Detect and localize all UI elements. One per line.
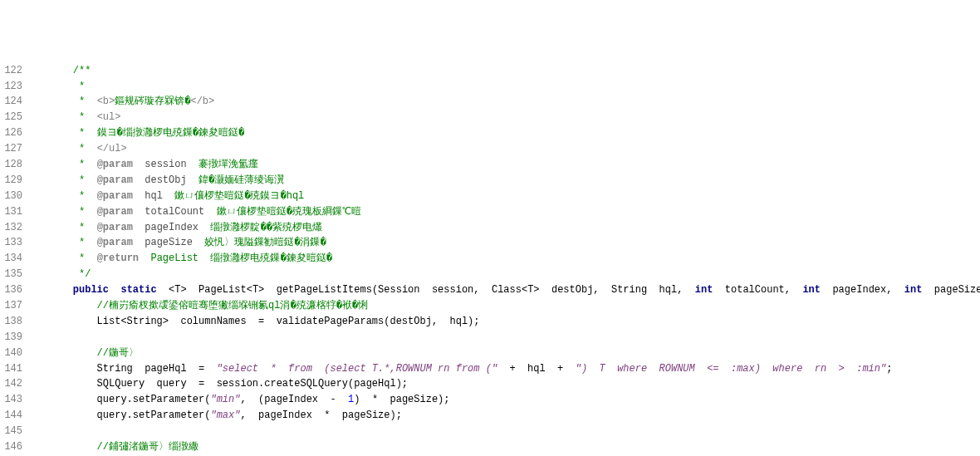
line-number: 133 [0,235,22,251]
code-line[interactable]: * <b>鏂规硶璇存槑锛�</b> [49,94,980,110]
token-javadoc: * 鏌ヨ�缁撴灉椤电殑鏁�鍊夋暟鎹� [73,127,244,139]
token-javadoc-tag: @param [97,206,133,218]
line-number: 145 [0,424,22,439]
token-punct: , pageIndex * pageSize); [240,409,401,421]
token-javadoc [133,206,145,218]
token-punct: totalCount, [713,284,802,296]
line-number-gutter: 1221231241251261271281291301311321331341… [0,63,29,456]
token-keyword: int [695,284,713,296]
token-javadoc: 姣忛〉瑰隘鏁勧暟鎹�涓鏁� [193,237,326,248]
token-comment: //鍦哥〉 [97,347,139,359]
token-javadoc: 鍏�灏媔硅薄绫诲瀷 [187,174,285,186]
line-number: 138 [0,314,22,330]
token-javadoc: * [73,253,97,264]
code-line[interactable]: //鍦哥〉 [49,346,980,361]
token-punct: ; [886,363,892,375]
line-number: 130 [0,189,22,204]
token-javadoc: 缁撴灉椤靛��紫殑椤电爜 [198,222,322,233]
line-number: 134 [0,251,22,267]
token-javadoc-tag: @param [97,222,133,233]
code-line[interactable]: */ [49,267,980,282]
code-line[interactable]: * @return PageList 缁撴灉椤电殑鏁�鍊夋暟鎹� [49,251,980,267]
code-line[interactable]: * @param pageSize 姣忛〉瑰隘鏁勧暟鎹�涓鏁� [49,235,980,251]
token-javadoc-html: </ul> [97,143,127,154]
token-javadoc: * [73,206,97,218]
line-number: 124 [0,94,22,110]
line-number: 127 [0,141,22,157]
token-javadoc: * [73,143,97,154]
token-javadoc-tag: @param [97,237,133,248]
token-javadoc: * [73,111,97,123]
code-line[interactable]: * @param totalCount 鏉ㄩ儴椤垫暟鎹�殑瑰板綗鏁℃暟 [49,204,980,220]
token-javadoc: PageList 缁撴灉椤电殑鏁�鍊夋暟鎹� [139,253,332,264]
line-number: 129 [0,173,22,189]
code-line[interactable]: query.setParameter("min", (pageIndex - 1… [49,392,980,408]
code-line[interactable] [49,330,980,346]
token-punct: List<String> columnNames = validatePageP… [97,316,480,327]
code-line[interactable]: SQLQuery query = session.createSQLQuery(… [49,376,980,392]
token-javadoc-tag: @param [97,174,133,186]
token-punct: ) * pageSize); [354,394,449,405]
line-number: 123 [0,79,22,95]
token-string: ") T where ROWNUM <= :max) where rn > :m… [576,363,886,375]
token-comment: //楠岃瘉杈撳叆鍙傛暟骞堕獙缁堢铏氱ql涓�殑濂楁牸�袱�悧 [97,300,368,311]
line-number: 137 [0,298,22,314]
token-javadoc-param: hql [145,190,163,202]
code-line[interactable]: * [49,79,980,95]
token-string: "select * from (select T.*,ROWNUM rn fro… [217,363,497,375]
token-javadoc [133,222,145,233]
code-line[interactable]: * @param hql 鏉ㄩ儴椤垫暟鎹�殑鏌ヨ�hql [49,189,980,204]
line-number: 131 [0,204,22,220]
code-line[interactable]: * @param pageIndex 缁撴灉椤靛��紫殑椤电爜 [49,220,980,236]
code-area[interactable]: /** * * <b>鏂规硶璇存槑锛�</b> * <ul> * 鏌ヨ�缁撴灉椤… [29,63,980,456]
token-string: "max" [210,409,240,421]
token-javadoc: * [73,222,97,233]
token-javadoc: * [73,174,97,186]
token-javadoc [133,159,145,170]
token-javadoc: * [73,190,97,202]
token-sp [109,284,120,296]
token-javadoc: */ [73,268,91,280]
code-line[interactable]: * @param destObj 鍏�灏媔硅薄绫诲瀷 [49,173,980,189]
code-line[interactable]: //鋪彇渚鍦哥〉缁撴繖 [49,439,980,455]
code-editor[interactable]: 1221231241251261271281291301311321331341… [0,63,980,456]
line-number: 146 [0,439,22,455]
token-javadoc: * [73,81,85,92]
code-line[interactable] [49,424,980,439]
token-punct: pageIndex, [821,284,904,296]
token-javadoc-param: session [145,159,186,170]
token-keyword: int [904,284,923,296]
code-line[interactable]: * <ul> [49,110,980,125]
line-number: 143 [0,392,22,408]
line-number: 135 [0,267,22,282]
token-javadoc: * [73,159,97,170]
token-keyword: public [73,284,109,296]
code-line[interactable]: * </ul> [49,141,980,157]
token-javadoc [133,174,145,186]
line-number: 125 [0,110,22,125]
token-javadoc-html: <b> [97,96,115,107]
code-line[interactable]: * 鏌ヨ�缁撴灉椤电殑鏁�鍊夋暟鎹� [49,125,980,141]
code-line[interactable]: * @param session 褰撴墠浼氳瘽 [49,157,980,173]
code-line[interactable]: /** [49,63,980,79]
token-javadoc: * [73,237,97,248]
token-javadoc-html: <ul> [97,111,121,123]
token-javadoc-tag: @return [97,253,139,264]
token-javadoc: 鏉ㄩ儴椤垫暟鎹�殑鏌ヨ�hql [163,190,304,202]
token-keyword: static [120,284,156,296]
line-number: 136 [0,282,22,298]
line-number: 139 [0,330,22,346]
code-line[interactable]: List<String> columnNames = validatePageP… [49,314,980,330]
code-line[interactable]: public static <T> PageList<T> getPageLis… [49,282,980,298]
code-line[interactable]: //楠岃瘉杈撳叆鍙傛暟骞堕獙缁堢铏氱ql涓�殑濂楁牸�袱�悧 [49,298,980,314]
token-sp [157,284,169,296]
token-javadoc: /** [73,65,91,76]
token-javadoc-html: </b> [190,96,214,107]
token-javadoc-param: pageIndex [145,222,198,233]
token-javadoc-param: totalCount [145,206,204,218]
token-punct: , (pageIndex - [240,394,348,405]
token-punct: query.setParameter( [97,394,211,405]
code-line[interactable]: String pageHql = "select * from (select … [49,361,980,377]
token-punct: query.setParameter( [97,409,211,421]
code-line[interactable]: query.setParameter("max", pageIndex * pa… [49,408,980,424]
